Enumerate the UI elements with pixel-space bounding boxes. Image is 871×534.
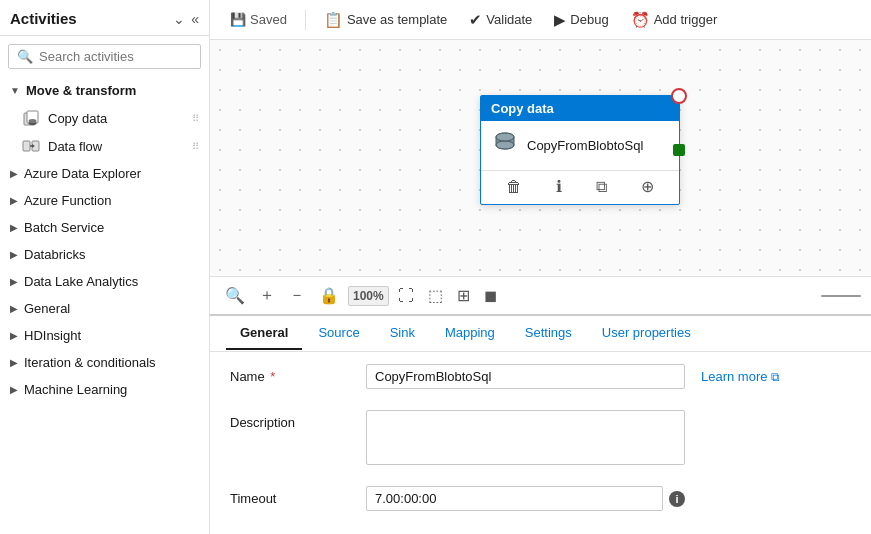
debug-label: Debug [570,12,608,27]
name-required-star: * [267,369,276,384]
canvas-search-icon[interactable]: 🔍 [220,283,250,308]
cat-arrow-azure-function: ▶ [10,195,18,206]
add-trigger-label: Add trigger [654,12,718,27]
saved-label-text: Saved [250,12,287,27]
sidebar-item-general[interactable]: ▶ General [0,295,209,322]
section-arrow-move-transform: ▼ [10,85,20,96]
timeout-row: i [366,486,685,511]
learn-more-text: Learn more [701,369,767,384]
cat-arrow-batch-service: ▶ [10,222,18,233]
canvas-toolbar: 🔍 ＋ － 🔒 100% ⛶ ⬚ ⊞ ◼ [210,276,871,314]
cat-arrow-azure-data-explorer: ▶ [10,168,18,179]
validate-icon: ✔ [469,11,482,29]
card-delete-icon[interactable]: 🗑 [502,176,526,198]
sidebar-item-iteration-conditionals[interactable]: ▶ Iteration & conditionals [0,349,209,376]
cat-label-general: General [24,301,70,316]
name-input[interactable] [366,364,685,389]
card-success-indicator [673,144,685,156]
data-flow-label: Data flow [48,139,192,154]
card-name: CopyFromBlobtoSql [527,138,643,153]
tab-source[interactable]: Source [304,317,373,350]
copy-data-card[interactable]: Copy data CopyFromBlobtoSql 🗑 ℹ ⧉ [480,95,680,205]
svg-point-3 [29,119,37,123]
collapse-icon[interactable]: ⌄ [173,11,185,27]
sidebar-item-batch-service[interactable]: ▶ Batch Service [0,214,209,241]
validate-button[interactable]: ✔ Validate [461,7,540,33]
card-actions: 🗑 ℹ ⧉ ⊕ [481,170,679,204]
sidebar-header: Activities ⌄ « [0,0,209,36]
search-icon: 🔍 [17,49,33,64]
save-template-icon: 📋 [324,11,343,29]
canvas-fit-icon[interactable]: ⛶ [393,284,419,308]
sidebar-item-hdinsight[interactable]: ▶ HDInsight [0,322,209,349]
sidebar-controls: ⌄ « [173,11,199,27]
cat-arrow-general: ▶ [10,303,18,314]
activity-item-data-flow[interactable]: Data flow ⠿ [0,132,209,160]
debug-button[interactable]: ▶ Debug [546,7,616,33]
description-input[interactable] [366,410,685,465]
name-field-label: Name * [230,364,350,384]
sidebar-item-databricks[interactable]: ▶ Databricks [0,241,209,268]
sidebar-item-azure-function[interactable]: ▶ Azure Function [0,187,209,214]
card-db-icon [491,129,519,162]
toolbar-separator-1 [305,10,306,30]
canvas-resize-handle[interactable] [821,295,861,297]
sidebar-item-machine-learning[interactable]: ▶ Machine Learning [0,376,209,403]
tab-mapping[interactable]: Mapping [431,317,509,350]
add-trigger-button[interactable]: ⏰ Add trigger [623,7,726,33]
card-header: Copy data [481,96,679,121]
timeout-field-label: Timeout [230,486,350,506]
tab-general[interactable]: General [226,317,302,350]
save-template-label: Save as template [347,12,447,27]
activity-item-copy-data[interactable]: Copy data ⠿ [0,104,209,132]
bottom-panel: General Source Sink Mapping Settings Use… [210,314,871,534]
canvas-zoom-icon[interactable]: 100% [348,286,389,306]
timeout-input[interactable] [366,486,663,511]
timeout-info-icon[interactable]: i [669,491,685,507]
svg-point-10 [496,133,514,141]
canvas-layout-icon[interactable]: ⊞ [452,283,475,308]
svg-point-9 [496,141,514,149]
sidebar-item-data-lake-analytics[interactable]: ▶ Data Lake Analytics [0,268,209,295]
cat-label-iteration-conditionals: Iteration & conditionals [24,355,156,370]
saved-check-icon: 💾 [230,12,246,27]
card-copy-icon[interactable]: ⧉ [592,176,611,198]
learn-more-link[interactable]: Learn more ⧉ [701,364,851,384]
save-as-template-button[interactable]: 📋 Save as template [316,7,455,33]
cat-label-databricks: Databricks [24,247,85,262]
canvas-lock-icon[interactable]: 🔒 [314,283,344,308]
sidebar-body: ▼ Move & transform Copy data ⠿ Data flow… [0,77,209,534]
canvas-select-icon[interactable]: ⬚ [423,283,448,308]
cat-label-batch-service: Batch Service [24,220,104,235]
collapse-all-icon[interactable]: « [191,11,199,27]
canvas-theme-icon[interactable]: ◼ [479,283,502,308]
sidebar-item-azure-data-explorer[interactable]: ▶ Azure Data Explorer [0,160,209,187]
tab-settings[interactable]: Settings [511,317,586,350]
card-body: CopyFromBlobtoSql [481,121,679,170]
toolbar: 💾 Saved 📋 Save as template ✔ Validate ▶ … [210,0,871,40]
tab-user-properties[interactable]: User properties [588,317,705,350]
canvas-minus-icon[interactable]: － [284,282,310,309]
debug-icon: ▶ [554,11,566,29]
svg-rect-4 [23,141,30,151]
tab-sink[interactable]: Sink [376,317,429,350]
canvas-add-icon[interactable]: ＋ [254,282,280,309]
section-label-move-transform: Move & transform [26,83,137,98]
card-info-icon[interactable]: ℹ [552,175,566,198]
card-add-activity-icon[interactable]: ⊕ [637,175,658,198]
search-input[interactable] [39,49,207,64]
sidebar-title: Activities [10,10,77,27]
section-move-transform[interactable]: ▼ Move & transform [0,77,209,104]
cat-label-azure-function: Azure Function [24,193,111,208]
main-area: 💾 Saved 📋 Save as template ✔ Validate ▶ … [210,0,871,534]
card-header-title: Copy data [491,101,554,116]
copy-data-drag-handle: ⠿ [192,113,199,124]
saved-status: 💾 Saved [222,8,295,31]
card-error-indicator [671,88,687,104]
cat-label-machine-learning: Machine Learning [24,382,127,397]
data-flow-icon [22,137,40,155]
cat-label-data-lake-analytics: Data Lake Analytics [24,274,138,289]
cat-label-hdinsight: HDInsight [24,328,81,343]
cat-arrow-databricks: ▶ [10,249,18,260]
canvas[interactable]: Copy data CopyFromBlobtoSql 🗑 ℹ ⧉ [210,40,871,314]
